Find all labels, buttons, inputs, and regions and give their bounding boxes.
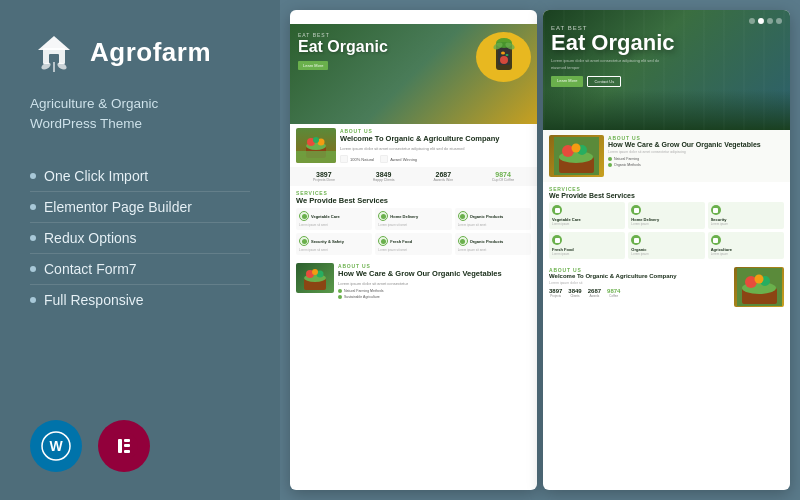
how-content: About Us How We Care & Grow Our Organic … <box>338 263 531 299</box>
slide-indicators <box>749 18 782 24</box>
feature-label: Full Responsive <box>44 292 144 308</box>
features-list: One Click ImportElementor Page BuilderRe… <box>30 161 250 315</box>
feature-label: Elementor Page Builder <box>44 199 192 215</box>
service-fresh-food: Fresh Food Lorem ipsum sit amet <box>375 233 451 255</box>
side-service-1: Vegetable Care Lorem ipsum <box>549 202 625 229</box>
how-img <box>296 263 334 293</box>
logo-text: Agrofarm <box>90 37 211 68</box>
side-welcome-content: About Us Welcome To Organic & Agricultur… <box>549 267 730 307</box>
logo-area: Agrofarm <box>30 28 250 76</box>
how-section: About Us How We Care & Grow Our Organic … <box>290 259 537 303</box>
svg-point-31 <box>312 269 318 275</box>
plugin-badges: W <box>30 420 250 472</box>
stat-label-4: Cup Of Coffee <box>475 178 531 182</box>
service-security: Security & Safety Lorem ipsum sit amet <box>296 233 372 255</box>
feature-item: Redux Options <box>30 223 250 254</box>
service-title-5: Fresh Food <box>390 239 412 244</box>
stat-number-2: 3849 <box>356 171 412 178</box>
tagline: Agriculture & Organic WordPress Theme <box>30 94 250 135</box>
welcome-section: About Us Welcome To Organic & Agricultur… <box>290 124 537 167</box>
service-organic: Organic Products Lorem ipsum sit amet <box>455 208 531 230</box>
feature-item: Elementor Page Builder <box>30 192 250 223</box>
service-vegetable-care: Vegetable Care Lorem ipsum sit amet <box>296 208 372 230</box>
stats-bar: 3897 Projects Done 3849 Happy Clients 26… <box>290 167 537 186</box>
stat-label-3: Awards Won <box>416 178 472 182</box>
welcome-text: Lorem ipsum dolor sit amet consectetur a… <box>340 146 531 152</box>
how-title: How We Care & Grow Our Organic Vegetable… <box>338 269 531 278</box>
feature-item: Full Responsive <box>30 285 250 315</box>
hero-veg-decoration <box>476 32 531 82</box>
welcome-content: About Us Welcome To Organic & Agricultur… <box>340 128 531 163</box>
service-home-delivery: Home Delivery Lorem ipsum sit amet <box>375 208 451 230</box>
svg-marker-0 <box>38 36 70 50</box>
feature-item: One Click Import <box>30 161 250 192</box>
feature-label: Redux Options <box>44 230 137 246</box>
side-welcome-section: About Us Welcome To Organic & Agricultur… <box>543 263 790 311</box>
service-agriculture: Organic Products Lorem ipsum sit amet <box>455 233 531 255</box>
side-hero-section: Eat Best Eat Organic Lorem ipsum dolor s… <box>543 10 790 130</box>
feature-dot <box>30 204 36 210</box>
service-title-3: Organic Products <box>470 214 504 219</box>
side-service-6: Agriculture Lorem ipsum <box>708 232 784 259</box>
svg-point-37 <box>572 144 581 153</box>
side-welcome-title: Welcome To Organic & Agriculture Company <box>549 273 730 279</box>
side-preview-card: Eat Best Eat Organic Lorem ipsum dolor s… <box>543 10 790 490</box>
svg-point-43 <box>754 275 763 284</box>
svg-rect-13 <box>124 450 130 453</box>
welcome-img <box>296 128 336 163</box>
stat-item-3: 2687 Awards Won <box>416 171 472 182</box>
feature-item: Contact Form7 <box>30 254 250 285</box>
main-preview-card: Agrofarm Eat Best Eat Organic Learn More <box>290 10 537 490</box>
stat-item-4: 9874 Cup Of Coffee <box>475 171 531 182</box>
side-how-img <box>549 135 604 177</box>
services-title: We Provide Best Services <box>296 196 531 205</box>
service-title-2: Home Delivery <box>390 214 418 219</box>
service-title-6: Organic Products <box>470 239 504 244</box>
side-hero-content: Eat Best Eat Organic Lorem ipsum dolor s… <box>551 25 674 87</box>
nav-right <box>488 15 531 20</box>
elementor-badge <box>98 420 150 472</box>
feature-dot <box>30 297 36 303</box>
feature-dot <box>30 173 36 179</box>
side-service-4: Fresh Food Lorem ipsum <box>549 232 625 259</box>
side-services-title: We Provide Best Services <box>549 192 784 199</box>
svg-point-21 <box>505 54 508 56</box>
preview-nav-logo <box>296 13 306 21</box>
feature-label: Contact Form7 <box>44 261 137 277</box>
stat-number-1: 3897 <box>296 171 352 178</box>
left-panel: Agrofarm Agriculture & Organic WordPress… <box>0 0 280 500</box>
preview-navbar: Agrofarm <box>290 10 537 24</box>
side-how-section: About Us How We Care & Grow Our Organic … <box>543 130 790 182</box>
svg-text:W: W <box>49 438 63 454</box>
side-service-3: Security Lorem ipsum <box>708 202 784 229</box>
feature-label: One Click Import <box>44 168 148 184</box>
agrofarm-logo-icon <box>30 28 78 76</box>
stat-item-2: 3849 Happy Clients <box>356 171 412 182</box>
svg-rect-10 <box>118 439 122 453</box>
service-title-1: Vegetable Care <box>311 214 340 219</box>
svg-rect-11 <box>124 439 130 442</box>
feature-dot <box>30 235 36 241</box>
side-services-grid: Vegetable Care Lorem ipsum Home Delivery… <box>549 202 784 259</box>
stat-number-4: 9874 <box>475 171 531 178</box>
feature-dot <box>30 266 36 272</box>
svg-point-26 <box>313 137 319 143</box>
stat-label-1: Projects Done <box>296 178 352 182</box>
side-service-5: Organic Lorem ipsum <box>628 232 704 259</box>
side-hero-title: Eat Organic <box>551 31 674 55</box>
services-section: Services We Provide Best Services Vegeta… <box>290 186 537 259</box>
svg-rect-12 <box>124 444 130 447</box>
wordpress-badge: W <box>30 420 82 472</box>
side-welcome-img <box>734 267 784 307</box>
right-panel: Agrofarm Eat Best Eat Organic Learn More <box>280 0 800 500</box>
stat-item-1: 3897 Projects Done <box>296 171 352 182</box>
services-grid: Vegetable Care Lorem ipsum sit amet Home… <box>296 208 531 255</box>
svg-point-19 <box>500 56 508 64</box>
service-title-4: Security & Safety <box>311 239 344 244</box>
svg-point-20 <box>501 52 505 55</box>
welcome-title: Welcome To Organic & Agriculture Company <box>340 134 531 143</box>
side-how-content: About Us How We Care & Grow Our Organic … <box>608 135 784 177</box>
side-service-2: Home Delivery Lorem ipsum <box>628 202 704 229</box>
nav-links <box>343 16 429 19</box>
side-how-title: How We Care & Grow Our Organic Vegetable… <box>608 141 784 148</box>
